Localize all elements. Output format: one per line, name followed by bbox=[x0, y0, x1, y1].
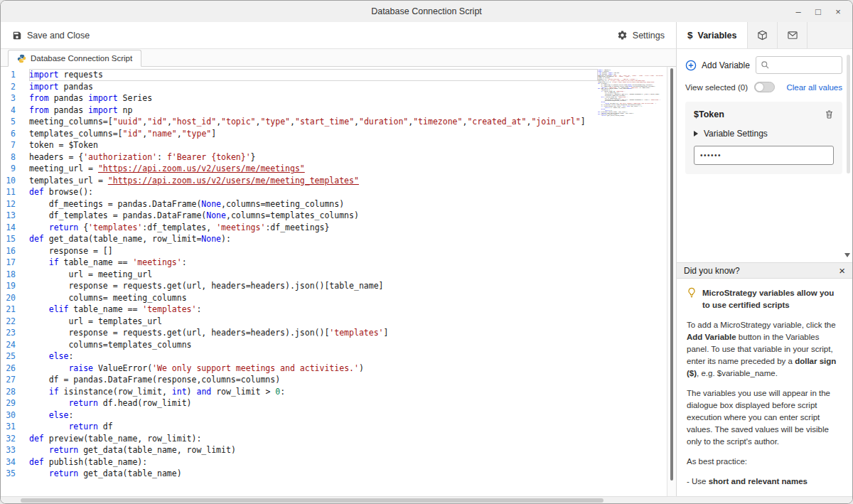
line-number: 16 bbox=[1, 245, 16, 257]
lightbulb-icon bbox=[687, 287, 697, 311]
horizontal-scrollbar[interactable] bbox=[1, 496, 852, 503]
gear-icon bbox=[617, 30, 628, 41]
line-number: 30 bbox=[1, 409, 16, 422]
line-number: 12 bbox=[1, 198, 16, 210]
code-line: meeting_columns=["uuid","id","host_id","… bbox=[29, 116, 676, 128]
line-number: 15 bbox=[1, 233, 16, 245]
code-line: from pandas import np bbox=[29, 104, 676, 117]
maximize-button[interactable]: □ bbox=[808, 1, 828, 22]
code-line: df_meetings = pandas.DataFrame(None,colu… bbox=[29, 198, 676, 210]
line-number: 2 bbox=[1, 81, 16, 93]
code-line: url = meeting_url bbox=[29, 269, 676, 281]
code-line: from pandas import Series bbox=[29, 92, 676, 104]
code-line: df = pandas.DataFrame(response,columns=c… bbox=[29, 374, 676, 386]
code-line: response = [] bbox=[29, 245, 676, 257]
editor-tabbar: Database Connection Script bbox=[1, 49, 676, 67]
editor-tab-label: Database Connection Script bbox=[31, 54, 132, 63]
scroll-down-arrow-icon[interactable] bbox=[844, 253, 850, 257]
tab-feedback[interactable] bbox=[778, 22, 808, 48]
line-number: 25 bbox=[1, 350, 16, 363]
mini-line: return get_data(table_name) bbox=[598, 115, 663, 117]
variables-tab-label: Variables bbox=[698, 31, 737, 41]
variables-section: Add Variable View selected (0) Clear all… bbox=[677, 49, 852, 262]
minimap[interactable]: import requestsimport pandasfrom pandas … bbox=[598, 70, 663, 117]
line-number: 22 bbox=[1, 316, 16, 328]
code-line: return get_data(table_name, row_limit) bbox=[29, 444, 676, 456]
dyk-paragraph: The variables you use will appear in the… bbox=[687, 387, 842, 448]
variables-toolbar: Add Variable bbox=[685, 56, 842, 74]
line-number: 6 bbox=[1, 128, 16, 140]
editor-vertical-scrollbar-thumb[interactable] bbox=[670, 68, 673, 481]
line-number: 10 bbox=[1, 175, 16, 187]
toolbar: Save and Close Settings bbox=[1, 22, 676, 49]
code-line: import pandas bbox=[29, 81, 676, 93]
variables-scrollbar-thumb[interactable] bbox=[847, 55, 850, 173]
dyk-paragraph: As best practice: bbox=[687, 456, 842, 468]
code-line: def get_data(table_name, row_limit=None)… bbox=[29, 233, 676, 245]
variable-card-header: $Token bbox=[694, 109, 834, 119]
line-number: 4 bbox=[1, 104, 16, 117]
did-you-know-close-icon[interactable]: × bbox=[839, 265, 845, 276]
variable-value-input[interactable] bbox=[694, 146, 834, 165]
line-number: 24 bbox=[1, 339, 16, 351]
editor-tab-database-connection-script[interactable]: Database Connection Script bbox=[8, 50, 141, 67]
dyk-paragraph: To add a MicroStrategy variable, click t… bbox=[687, 319, 842, 380]
window-controls: – □ × bbox=[788, 1, 852, 22]
line-number: 11 bbox=[1, 186, 16, 198]
code-line: df_templates = pandas.DataFrame(None,col… bbox=[29, 210, 676, 222]
code-editor[interactable]: import requestsimport pandasfrom pandas … bbox=[25, 69, 676, 480]
line-number-gutter: 1234567891011121314151617181920212223242… bbox=[1, 69, 25, 480]
variables-scrollbar[interactable] bbox=[847, 55, 850, 247]
line-number: 31 bbox=[1, 421, 16, 433]
save-icon bbox=[12, 31, 22, 41]
triangle-right-icon bbox=[694, 131, 698, 136]
code-line: else: bbox=[29, 350, 676, 363]
line-number: 33 bbox=[1, 444, 16, 456]
settings-button[interactable]: Settings bbox=[617, 30, 665, 41]
code-line: return get_data(table_name) bbox=[29, 468, 676, 480]
did-you-know-header: Did you know? × bbox=[677, 262, 852, 279]
code-line: response = requests.get(url, headers=hea… bbox=[29, 280, 676, 292]
clear-all-values-link[interactable]: Clear all values bbox=[786, 83, 842, 92]
variable-settings-label: Variable Settings bbox=[704, 129, 768, 139]
dyk-paragraph: - Use short and relevant names bbox=[687, 476, 842, 488]
line-number: 23 bbox=[1, 327, 16, 339]
tab-packages[interactable] bbox=[748, 22, 778, 48]
app-window: Database Connection Script – □ × Save an… bbox=[0, 0, 853, 504]
python-icon bbox=[17, 54, 26, 63]
close-button[interactable]: × bbox=[828, 1, 848, 22]
trash-icon[interactable] bbox=[825, 109, 834, 119]
line-number: 13 bbox=[1, 210, 16, 222]
minimize-button[interactable]: – bbox=[788, 1, 808, 22]
code-line: return df bbox=[29, 421, 676, 433]
variable-name: $Token bbox=[694, 109, 724, 119]
code-line: def preview(table_name, row_limit): bbox=[29, 433, 676, 445]
code-line: templates_columns=["id","name","type"] bbox=[29, 128, 676, 140]
editor-vertical-scrollbar[interactable] bbox=[667, 67, 676, 496]
variable-search-input[interactable] bbox=[773, 61, 837, 70]
variables-panel: Add Variable View selected (0) Clear all… bbox=[676, 49, 852, 496]
editor-column: Database Connection Script 1234567891011… bbox=[1, 49, 676, 496]
plus-circle-icon bbox=[685, 60, 697, 71]
line-number: 34 bbox=[1, 456, 16, 468]
code-line: templates_url = "https://api.zoom.us/v2/… bbox=[29, 175, 676, 187]
main-area: Database Connection Script 1234567891011… bbox=[1, 49, 852, 496]
tip-heading: MicroStrategy variables allow you to use… bbox=[702, 287, 842, 311]
code-line: response = requests.get(url, headers=hea… bbox=[29, 327, 676, 339]
variable-settings-toggle[interactable]: Variable Settings bbox=[694, 129, 834, 139]
right-panel-tabs: $ Variables bbox=[676, 22, 852, 49]
line-number: 1 bbox=[1, 69, 16, 81]
line-number: 17 bbox=[1, 257, 16, 269]
view-selected-toggle[interactable] bbox=[754, 82, 775, 92]
add-variable-button[interactable]: Add Variable bbox=[685, 60, 750, 71]
code-line: if table_name == 'meetings': bbox=[29, 257, 676, 269]
dollar-icon: $ bbox=[687, 30, 693, 41]
code-line: columns=templates_columns bbox=[29, 339, 676, 351]
tab-variables[interactable]: $ Variables bbox=[677, 22, 748, 48]
horizontal-scrollbar-thumb[interactable] bbox=[21, 498, 603, 503]
code-line: url = templates_url bbox=[29, 316, 676, 328]
mail-icon bbox=[787, 30, 798, 41]
save-and-close-button[interactable]: Save and Close bbox=[12, 31, 90, 41]
toggle-knob bbox=[756, 83, 763, 91]
code-line: meeting_url = "https://api.zoom.us/v2/us… bbox=[29, 163, 676, 175]
